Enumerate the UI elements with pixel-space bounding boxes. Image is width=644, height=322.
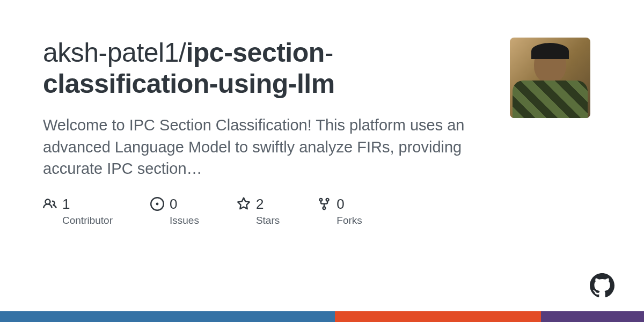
slash-separator: /: [179, 38, 186, 68]
forks-label: Forks: [336, 215, 362, 226]
repo-owner[interactable]: aksh-patel1: [43, 38, 179, 68]
star-icon: [237, 197, 251, 211]
repo-name-part2[interactable]: classification-using-llm: [43, 69, 335, 99]
people-icon: [43, 197, 57, 211]
issues-stat[interactable]: 0 Issues: [150, 196, 199, 226]
language-segment-1: [0, 311, 335, 322]
stars-count: 2: [256, 196, 264, 213]
repo-stats: 1 Contributor 0 Issues 2: [43, 196, 488, 226]
owner-avatar[interactable]: [510, 38, 590, 118]
forks-stat[interactable]: 0 Forks: [317, 196, 362, 226]
stars-stat[interactable]: 2 Stars: [237, 196, 280, 226]
repo-description: Welcome to IPC Section Classification! T…: [43, 114, 488, 180]
fork-icon: [317, 197, 331, 211]
forks-count: 0: [336, 196, 344, 213]
contributors-label: Contributor: [62, 215, 113, 226]
repo-title: aksh-patel1/ipc-section-classification-u…: [43, 38, 488, 99]
issues-label: Issues: [170, 215, 199, 226]
contributors-stat[interactable]: 1 Contributor: [43, 196, 113, 226]
stars-label: Stars: [256, 215, 280, 226]
github-logo-icon[interactable]: [590, 273, 614, 298]
repo-name-bold[interactable]: ipc-section: [186, 38, 324, 68]
repo-name-hyphen: -: [325, 38, 333, 68]
language-segment-3: [541, 311, 644, 322]
issues-count: 0: [170, 196, 177, 213]
language-segment-2: [335, 311, 541, 322]
contributors-count: 1: [62, 196, 70, 213]
issue-icon: [150, 197, 164, 211]
language-bar: [0, 311, 644, 322]
